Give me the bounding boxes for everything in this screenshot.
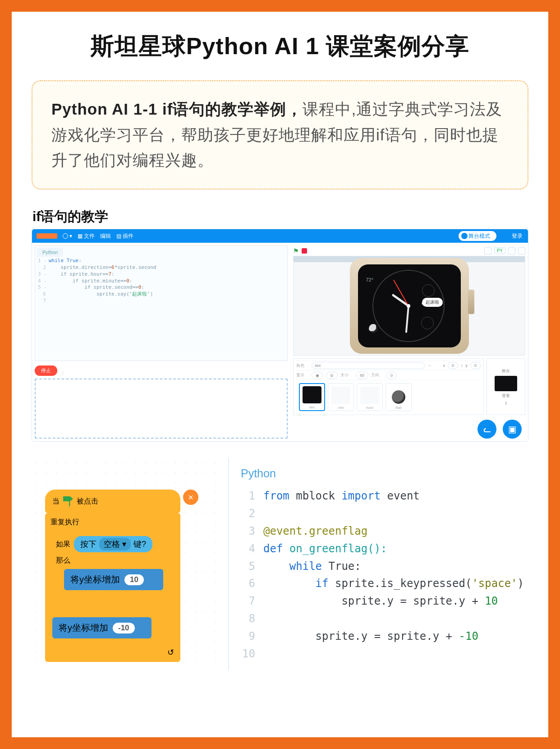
thumb-ball[interactable]: Ball <box>386 383 412 411</box>
sprite-x[interactable]: 0 <box>448 362 458 369</box>
green-flag-icon <box>63 496 73 506</box>
ide-body: Python 1 - 2 3 - 4 - 5 - 6 7 while True:… <box>32 243 528 441</box>
stage-btn-c[interactable] <box>518 247 525 254</box>
bottom-row: × 当 被点击 重复执行 如果 按下 空格 ▾ <box>32 458 528 670</box>
ide-topbar: ▾ ▦ 文件 编辑 ▤ 插件 舞台模式 登录 <box>32 229 528 243</box>
sprite-y[interactable]: 0 <box>470 362 481 369</box>
python-zone: Python 1 2 3 4 5 6 7 8 9 10 from mblock … <box>228 458 528 670</box>
stage-column: ⚑ PY 72° <box>290 243 528 441</box>
green-flag-icon[interactable]: ⚑ <box>293 247 299 254</box>
watch-face: 72° 起床啦 <box>358 264 461 347</box>
motion-block-1[interactable]: 将y坐标增加 10 <box>64 569 163 590</box>
stop-row: 停止 <box>32 364 290 379</box>
sprite-panel: 角色 sec ↔ x 0 ↕ y 0 显示 ◉ ⊘ <box>293 358 525 415</box>
speech-bubble: 起床啦 <box>422 298 443 307</box>
python-code[interactable]: 1 2 3 4 5 6 7 8 9 10 from mblock import … <box>241 487 524 663</box>
motion-1-value[interactable]: 10 <box>124 574 144 585</box>
stage-btn-a[interactable] <box>484 247 491 254</box>
code-area[interactable]: 1 - 2 3 - 4 - 5 - 6 7 while True: sprite… <box>35 257 287 361</box>
intro-lead: Python AI 1-1 if语句的教学举例， <box>51 100 303 118</box>
code-panel: Python 1 - 2 3 - 4 - 5 - 6 7 while True:… <box>35 245 288 361</box>
python-text: from mblock import event @event.greenfla… <box>263 487 524 663</box>
close-button[interactable]: × <box>183 490 198 505</box>
section-heading: if语句的教学 <box>32 208 528 226</box>
forever-label: 重复执行 <box>50 518 175 527</box>
motion-2-value[interactable]: -10 <box>113 623 135 633</box>
login-button[interactable]: 登录 <box>512 229 523 243</box>
minute-hand <box>405 305 409 333</box>
sprite-row-1: 角色 sec ↔ x 0 ↕ y 0 <box>296 361 481 370</box>
intro-text: Python AI 1-1 if语句的教学举例，课程中,通过字典式学习法及游戏化… <box>51 97 509 173</box>
watch-body: 72° 起床啦 <box>350 258 469 354</box>
stage[interactable]: 72° 起床啦 <box>293 256 525 356</box>
stage-panel[interactable]: 舞台 背景 1 <box>487 358 525 415</box>
page-title: 斯坦星球Python AI 1 课堂案例分享 <box>32 31 528 62</box>
document-frame: 斯坦星球Python AI 1 课堂案例分享 Python AI 1-1 if语… <box>0 0 560 749</box>
hide-toggle[interactable]: ⊘ <box>326 372 338 379</box>
brand-logo <box>37 233 57 239</box>
stage-btn-b[interactable] <box>508 247 515 254</box>
sprite-row-2: 显示 ◉ ⊘ 大小 80 方向 0 <box>296 370 481 380</box>
sprite-thumbs: sec min hour Ball <box>296 380 481 414</box>
thumb-hour[interactable]: hour <box>357 383 383 411</box>
file-menu[interactable]: ▦ 文件 <box>78 232 95 240</box>
code-text: while True: sprite.direction=6*sprite.se… <box>49 258 287 358</box>
fab-row: ᓚ ▣ <box>293 415 525 439</box>
motion-block-2[interactable]: 将y坐标增加 -10 <box>52 617 151 638</box>
sprite-dir[interactable]: 0 <box>386 372 397 379</box>
subdial-2 <box>421 317 434 329</box>
condition-block[interactable]: 按下 空格 ▾ 键? <box>74 536 152 552</box>
add-stage-fab[interactable]: ▣ <box>503 420 522 439</box>
ide-screenshot: ▾ ▦ 文件 编辑 ▤ 插件 舞台模式 登录 Python 1 - 2 3 - … <box>32 229 528 442</box>
cat-icon: ᓚ <box>483 424 491 435</box>
code-gutter: 1 - 2 3 - 4 - 5 - 6 7 <box>35 258 49 358</box>
forever-block[interactable]: 重复执行 如果 按下 空格 ▾ 键? 那么 将y坐标增加 <box>45 513 180 662</box>
hat-block[interactable]: 当 被点击 <box>45 490 180 513</box>
add-sprite-fab[interactable]: ᓚ <box>477 420 496 439</box>
stop-button[interactable]: 停止 <box>35 365 57 376</box>
dial-center <box>407 304 410 308</box>
edit-menu[interactable]: 编辑 <box>100 232 111 240</box>
console-box[interactable] <box>35 379 288 439</box>
stop-icon[interactable] <box>302 248 307 254</box>
python-gutter: 1 2 3 4 5 6 7 8 9 10 <box>241 487 263 663</box>
subdial-1 <box>422 284 435 297</box>
sprite-name-input[interactable]: sec <box>312 362 425 369</box>
py-toggle[interactable]: PY <box>494 247 505 254</box>
if-block[interactable]: 如果 按下 空格 ▾ 键? 那么 将y坐标增加 10 <box>50 532 175 606</box>
image-icon: ▣ <box>508 424 517 435</box>
blocks-zone[interactable]: × 当 被点击 重复执行 如果 按下 空格 ▾ <box>32 458 224 670</box>
loop-arrow-icon: ↺ <box>167 647 174 657</box>
python-tab[interactable]: Python <box>241 467 524 480</box>
sprite-props: 角色 sec ↔ x 0 ↕ y 0 显示 ◉ ⊘ <box>293 358 484 415</box>
stage-bar: ⚑ PY <box>293 245 525 256</box>
moon-icon <box>369 324 378 333</box>
block-stack[interactable]: 当 被点击 重复执行 如果 按下 空格 ▾ 键? <box>45 490 180 662</box>
key-dropdown[interactable]: 空格 ▾ <box>99 538 131 550</box>
intro-box: Python AI 1-1 if语句的教学举例，课程中,通过字典式学习法及游戏化… <box>32 80 528 190</box>
watch-temp: 72° <box>366 277 374 282</box>
code-column: Python 1 - 2 3 - 4 - 5 - 6 7 while True:… <box>32 243 290 441</box>
sprite-size[interactable]: 80 <box>356 372 368 379</box>
thumb-sec[interactable]: sec <box>299 383 325 411</box>
globe-icon <box>63 233 68 239</box>
show-toggle[interactable]: ◉ <box>312 372 323 379</box>
code-tab[interactable]: Python <box>37 248 63 257</box>
lang-button[interactable]: ▾ <box>63 233 72 239</box>
stage-thumb <box>495 376 517 391</box>
plugin-menu[interactable]: ▤ 插件 <box>116 232 133 240</box>
thumb-min[interactable]: min <box>328 383 354 411</box>
stage-mode-button[interactable]: 舞台模式 <box>459 231 496 241</box>
